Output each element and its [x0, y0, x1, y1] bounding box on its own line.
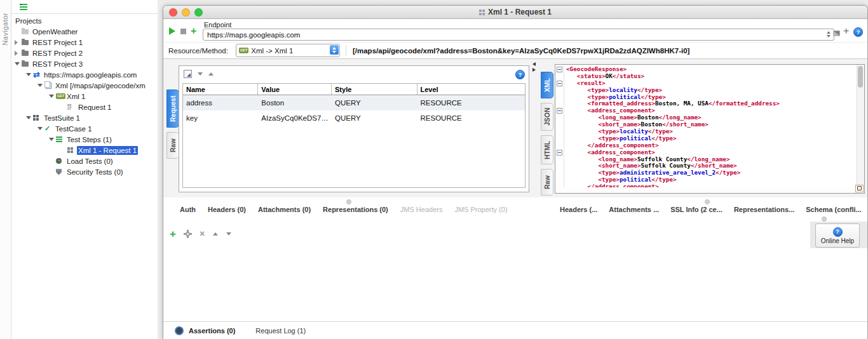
- tab-assertions[interactable]: Assertions (0): [189, 327, 235, 335]
- inspector-tab-schema-confli[interactable]: Schema (confli...: [806, 206, 861, 213]
- disclosure-expanded-icon[interactable]: [26, 116, 33, 119]
- inspector-tab-attachments[interactable]: Attachments ...: [609, 206, 659, 213]
- zoom-window-button[interactable]: [194, 8, 203, 17]
- project-tree: ProjectsOpenWeatherREST Project 1REST Pr…: [11, 15, 158, 339]
- xml-text: OK: [606, 73, 613, 80]
- splitter-grip: [705, 199, 710, 204]
- move-param-down-button[interactable]: [198, 72, 203, 76]
- param-col-level[interactable]: Level: [417, 84, 525, 95]
- tree-item-test-steps-1[interactable]: Test Steps (1): [11, 134, 158, 145]
- move-up-button[interactable]: [213, 232, 218, 236]
- configure-assertion-button[interactable]: [184, 230, 191, 237]
- xml-tag: <type>: [588, 87, 609, 94]
- inspector-tab-representations[interactable]: Representations...: [734, 206, 794, 213]
- request-tab-raw[interactable]: Raw: [166, 132, 179, 159]
- close-window-button[interactable]: [169, 8, 177, 17]
- add-icon[interactable]: +: [843, 27, 849, 35]
- move-param-up-button[interactable]: [208, 72, 214, 76]
- xml-content[interactable]: <GeocodeResponse> <status>OK</status> <r…: [555, 66, 857, 193]
- tree-item-https-maps-googleapis-com[interactable]: https://maps.googleapis.com: [11, 69, 158, 80]
- tree-view-icon[interactable]: [20, 4, 27, 10]
- remove-assertion-button[interactable]: ×: [200, 230, 205, 237]
- inspector-tab-auth[interactable]: Auth: [180, 206, 196, 213]
- tree-item-rest-project-1[interactable]: REST Project 1: [11, 37, 158, 48]
- response-tab-json[interactable]: JSON: [541, 103, 553, 131]
- param-row-key[interactable]: keyAIzaSyCq0KeDS7rpwX1...QUERYRESOURCE: [183, 110, 525, 126]
- tabbed-layout-icon[interactable]: [833, 30, 840, 36]
- tree-item-testsuite-1[interactable]: TestSuite 1: [11, 112, 158, 123]
- move-down-button[interactable]: [226, 232, 231, 236]
- fold-toggle-icon[interactable]: [557, 81, 562, 86]
- tree-item-request-1[interactable]: Request 1: [11, 102, 158, 112]
- param-row-address[interactable]: addressBostonQUERYRESOURCE: [183, 95, 525, 110]
- xml-text: [566, 87, 588, 94]
- inspector-tab-representations-0[interactable]: Representations (0): [323, 206, 388, 213]
- disclosure-collapsed-icon[interactable]: [15, 51, 22, 56]
- response-tab-raw[interactable]: Raw: [541, 169, 553, 196]
- cancel-request-button[interactable]: [180, 29, 186, 34]
- fold-gutter: [555, 135, 564, 142]
- help-icon[interactable]: ?: [515, 70, 525, 79]
- inspector-tab-headers[interactable]: Headers (...: [560, 206, 597, 213]
- tree-item-xml-1-request-1[interactable]: Xml 1 - Request 1: [11, 145, 158, 156]
- inspector-tab-jms-headers: JMS Headers: [400, 206, 443, 213]
- online-help-button[interactable]: ? Online Help: [815, 223, 860, 248]
- tree-item-load-tests-0[interactable]: Load Tests (0): [11, 156, 158, 166]
- window-titlebar[interactable]: Xml 1 - Request 1: [163, 6, 867, 19]
- tree-item-security-tests-0[interactable]: Security Tests (0): [11, 166, 158, 177]
- response-xml-editor[interactable]: <GeocodeResponse> <status>OK</status> <r…: [555, 64, 865, 194]
- tree-item-xml-1[interactable]: Xml 1: [11, 91, 158, 102]
- response-tab-xml[interactable]: XML: [541, 72, 553, 98]
- disclosure-expanded-icon[interactable]: [37, 127, 44, 130]
- tree-item-rest-project-3[interactable]: REST Project 3: [11, 58, 158, 69]
- tree-item-testcase-1[interactable]: TestCase 1: [11, 123, 158, 134]
- disclosure-expanded-icon[interactable]: [15, 62, 22, 65]
- param-col-name[interactable]: Name: [183, 84, 258, 95]
- endpoint-dropdown-stepper[interactable]: [827, 31, 831, 37]
- inspector-tab-attachments-0[interactable]: Attachments (0): [258, 206, 311, 213]
- panel-splitter[interactable]: [530, 59, 539, 197]
- tree-item-xml-maps-api-geocode-xm[interactable]: Xml [/maps/api/geocode/xm: [11, 80, 158, 91]
- param-col-style[interactable]: Style: [332, 84, 417, 95]
- xml-line: <address_component>: [555, 149, 857, 156]
- fold-gutter: [555, 87, 564, 94]
- help-icon[interactable]: ?: [853, 27, 863, 37]
- param-col-value[interactable]: Value: [258, 84, 332, 95]
- app-root: Navigator ProjectsOpenWeatherREST Projec…: [0, 0, 868, 339]
- tree-item-projects[interactable]: Projects: [11, 15, 158, 26]
- tree-item-rest-project-2[interactable]: REST Project 2: [11, 48, 158, 58]
- fold-toggle-icon[interactable]: [557, 67, 562, 72]
- param-options-icon[interactable]: [184, 70, 192, 78]
- combo-stepper-icon: [330, 45, 339, 55]
- inspector-tab-headers-0[interactable]: Headers (0): [208, 206, 246, 213]
- window-icon: [479, 10, 485, 15]
- add-assertion-button[interactable]: +: [170, 230, 176, 238]
- resource-method-select[interactable]: Xml -> Xml 1: [236, 44, 340, 57]
- request-tab-request[interactable]: Request: [166, 90, 179, 128]
- editor-split-area: RequestRaw ? NameValueStyleLevel address…: [163, 59, 867, 197]
- endpoint-input[interactable]: https://maps.googleapis.com: [203, 29, 834, 41]
- editor-scrollbar[interactable]: [857, 65, 864, 186]
- response-tab-html[interactable]: HTML: [541, 135, 553, 164]
- fold-toggle-icon[interactable]: [557, 108, 562, 114]
- disclosure-expanded-icon[interactable]: [26, 73, 33, 76]
- minimize-window-button[interactable]: [182, 8, 190, 17]
- add-request-button[interactable]: +: [191, 27, 196, 35]
- submit-request-button[interactable]: [169, 27, 175, 35]
- tab-request-log[interactable]: Request Log (1): [255, 327, 306, 335]
- disclosure-expanded-icon[interactable]: [49, 95, 56, 98]
- request-params-panel: ? NameValueStyleLevel addressBostonQUERY…: [179, 65, 529, 192]
- disclosure-collapsed-icon[interactable]: [15, 40, 22, 45]
- scrollbar-thumb[interactable]: [858, 66, 863, 88]
- collapse-right-icon[interactable]: [532, 68, 536, 72]
- inspector-tab-ssl-info-2-ce[interactable]: SSL Info (2 ce...: [670, 206, 722, 213]
- fold-toggle-icon[interactable]: [557, 150, 562, 156]
- editor-corner-icon[interactable]: [855, 185, 864, 192]
- tree-item-openweather[interactable]: OpenWeather: [11, 26, 158, 37]
- tree-item-label: Test Steps (1): [65, 135, 113, 144]
- loadtest-icon: [56, 158, 62, 164]
- collapse-left-icon[interactable]: [532, 62, 536, 66]
- disclosure-expanded-icon[interactable]: [37, 84, 44, 87]
- disclosure-expanded-icon[interactable]: [49, 138, 56, 141]
- method-get-icon: [56, 93, 65, 99]
